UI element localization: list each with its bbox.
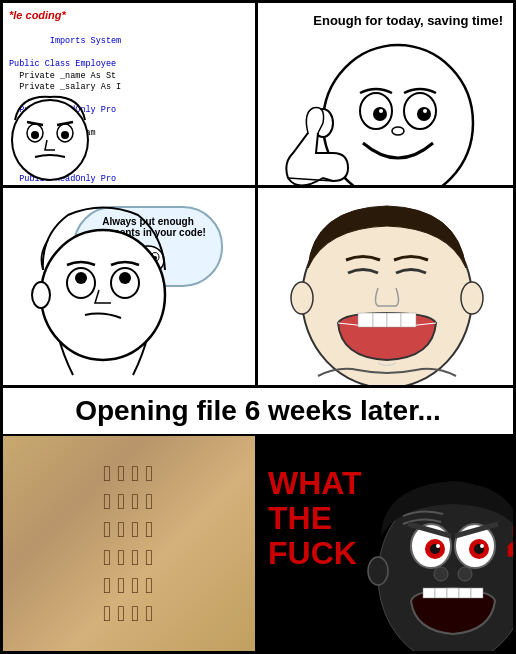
panel-top-left: *le coding* Imports System Public Class … bbox=[3, 3, 258, 185]
thumbs-up-face bbox=[268, 23, 488, 185]
svg-rect-46 bbox=[459, 588, 471, 598]
hiero-row-4: 𓁹𓈖𓏭𓆗 bbox=[103, 545, 155, 571]
hiero-row-6: 𓂝𓏛𓆭𓋴 bbox=[103, 601, 155, 627]
caption-bar: Opening file 6 weeks later... bbox=[3, 388, 513, 436]
svg-point-0 bbox=[12, 100, 88, 180]
top-row: *le coding* Imports System Public Class … bbox=[3, 3, 513, 188]
panel-top-right: Enough for today, saving time! bbox=[258, 3, 513, 185]
comic-container: *le coding* Imports System Public Class … bbox=[0, 0, 516, 654]
svg-rect-31 bbox=[401, 313, 416, 327]
svg-point-24 bbox=[75, 272, 87, 284]
svg-rect-28 bbox=[358, 313, 373, 327]
bottom-row: 𓂀𓆓𓏏𓃀 𓇋𓏏𓆑𓂋 𓊪𓏏𓄿𓅓 𓁹𓈖𓏭𓆗 𓇯𓊃𓌀𓅱 bbox=[3, 436, 513, 651]
svg-point-25 bbox=[119, 272, 131, 284]
svg-point-21 bbox=[41, 230, 165, 360]
caption-text: Opening file 6 weeks later... bbox=[75, 395, 441, 427]
svg-point-32 bbox=[291, 282, 313, 314]
svg-point-3 bbox=[31, 131, 39, 139]
panel-hieroglyphs: 𓂀𓆓𓏏𓃀 𓇋𓏏𓆑𓂋 𓊪𓏏𓄿𓅓 𓁹𓈖𓏭𓆗 𓇯𓊃𓌀𓅱 bbox=[3, 436, 258, 651]
svg-point-4 bbox=[61, 131, 69, 139]
svg-rect-30 bbox=[387, 313, 401, 327]
svg-point-48 bbox=[434, 567, 448, 581]
rage-face bbox=[323, 436, 513, 651]
svg-point-41 bbox=[436, 544, 440, 548]
le-coding-face bbox=[5, 85, 95, 185]
svg-point-42 bbox=[480, 544, 484, 548]
svg-point-49 bbox=[458, 567, 472, 581]
bottom-section: Opening file 6 weeks later... 𓂀𓆓𓏏𓃀 𓇋𓏏𓆑𓂋 … bbox=[3, 388, 513, 651]
hieroglyph-display: 𓂀𓆓𓏏𓃀 𓇋𓏏𓆑𓂋 𓊪𓏏𓄿𓅓 𓁹𓈖𓏭𓆗 𓇯𓊃𓌀𓅱 bbox=[3, 436, 255, 651]
yao-ming-face bbox=[258, 188, 513, 385]
svg-point-50 bbox=[368, 557, 388, 585]
mid-row: Always put enough comments in your code! bbox=[3, 188, 513, 388]
svg-point-11 bbox=[417, 107, 431, 121]
panel-mid-left: Always put enough comments in your code! bbox=[3, 188, 258, 385]
panel-wtf: WHAT THE FUCK bbox=[258, 436, 513, 651]
hiero-row-2: 𓇋𓏏𓆑𓂋 bbox=[103, 489, 155, 515]
svg-rect-47 bbox=[471, 588, 483, 598]
panel-mid-right bbox=[258, 188, 513, 385]
svg-point-12 bbox=[379, 109, 383, 113]
hiero-row-5: 𓇯𓊃𓌀𓅱 bbox=[103, 573, 155, 599]
hiero-row-3: 𓊪𓏏𓄿𓅓 bbox=[103, 517, 155, 543]
svg-point-13 bbox=[423, 109, 427, 113]
svg-point-33 bbox=[461, 282, 483, 314]
svg-rect-43 bbox=[423, 588, 435, 598]
le-coding-label: *le coding* bbox=[9, 9, 66, 21]
svg-point-10 bbox=[373, 107, 387, 121]
svg-rect-45 bbox=[447, 588, 459, 598]
svg-point-26 bbox=[32, 282, 50, 308]
mid-left-face bbox=[13, 188, 193, 385]
hiero-row-1: 𓂀𓆓𓏏𓃀 bbox=[103, 461, 155, 487]
svg-rect-29 bbox=[373, 313, 387, 327]
svg-rect-44 bbox=[435, 588, 447, 598]
